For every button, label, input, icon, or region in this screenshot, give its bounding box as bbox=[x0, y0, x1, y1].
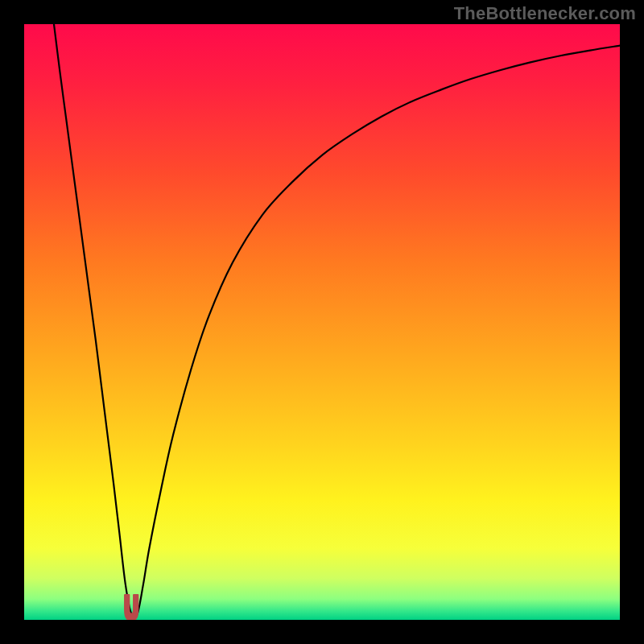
plot-area bbox=[24, 24, 620, 620]
chart-svg bbox=[24, 24, 620, 620]
gradient-background bbox=[24, 24, 620, 620]
chart-frame: TheBottlenecker.com bbox=[0, 0, 644, 644]
watermark-text: TheBottlenecker.com bbox=[454, 3, 636, 24]
